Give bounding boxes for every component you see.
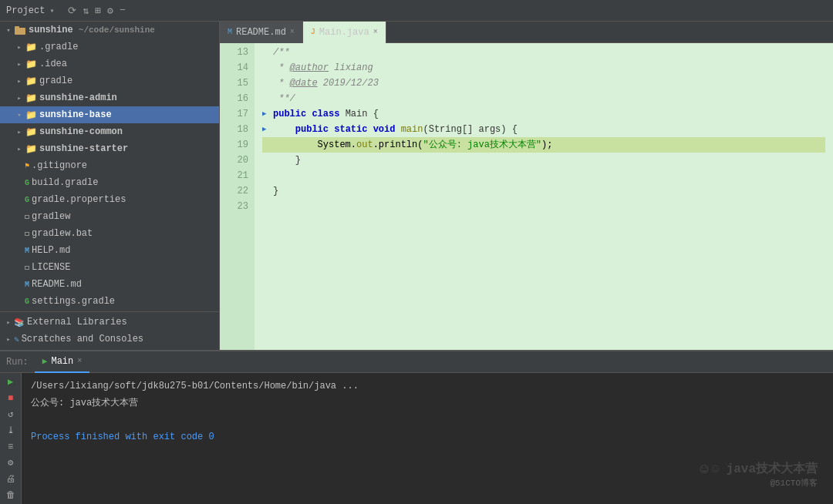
project-label[interactable]: Project [6,5,45,16]
tree-item-scratches[interactable]: ✎ Scratches and Consoles [0,331,219,348]
code-line-17: ▶ public class Main { [262,106,825,122]
gradle-file-icon: G [25,196,29,204]
tree-label: gradle [39,76,73,86]
tree-label: build.gradle [32,177,98,188]
root-arrow-icon [3,25,14,35]
gear-icon[interactable]: ⚙ [107,5,113,17]
tree-label: gradlew.bat [32,228,93,239]
md-tab-icon: M [228,28,232,36]
tree-item-sunshine-admin[interactable]: 📁 sunshine-admin [0,89,219,106]
sort-icon[interactable]: ⇅ [83,5,89,17]
run-sidebar: ▶ ■ ↺ ⤓ ≡ ⚙ 🖨 🗑 [0,373,22,504]
tree-item-gradle-properties[interactable]: G gradle.properties [0,191,219,208]
tree-item-help-md[interactable]: M HELP.md [0,242,219,259]
run-filter-button[interactable]: ⚙ [3,457,19,469]
tree-label: sunshine-base [39,109,112,120]
tree-label: HELP.md [32,245,70,256]
tree-item-idea[interactable]: 📁 .idea [0,55,219,72]
gitignore-icon: ⚑ [25,161,29,170]
root-folder-icon [14,24,26,36]
tree-item-settings-gradle[interactable]: G settings.gradle [0,293,219,310]
tree-label: sunshine-common [39,126,123,137]
tree-label: settings.gradle [32,296,115,307]
tab-main-java[interactable]: J Main.java × [303,22,386,43]
run-play-button[interactable]: ▶ [3,376,19,388]
tree-item-gradle-folder[interactable]: 📁 gradle [0,72,219,89]
run-print-button[interactable]: 🖨 [3,473,19,485]
arrow-icon [14,59,25,69]
run-tab-bar: Run: ▶ Main × [0,351,833,373]
tree-item-readme-md[interactable]: M README.md [0,276,219,293]
run-icon: ▶ [42,356,48,366]
tree-label: gradlew [32,211,70,222]
tree-label: sunshine-admin [39,92,117,103]
code-line-16: **/ [262,91,825,106]
arrow-icon [14,126,25,137]
output-line-text: 公众号: java技术大本营 [31,396,824,410]
module-folder-icon: 📁 [25,109,37,121]
tree-root[interactable]: sunshine ~/code/sunshine [0,22,219,39]
tab-readme[interactable]: M README.md × [220,22,303,43]
folder-icon: 📁 [25,75,37,87]
gradle-file-icon: G [25,179,29,187]
tree-label: .idea [39,59,67,69]
tree-item-gradlew[interactable]: ◻ gradlew [0,208,219,225]
gradle-file-icon: G [25,297,29,306]
run-tab-close[interactable]: × [77,357,82,365]
code-content[interactable]: /** * @author lixiang * @date 2019/12/23… [255,43,833,350]
minimize-icon[interactable]: − [120,5,126,16]
library-icon: 📚 [14,318,25,328]
svg-rect-1 [15,26,19,29]
code-line-23 [262,199,825,214]
code-line-15: * @date 2019/12/23 [262,76,825,91]
run-tab-main[interactable]: ▶ Main × [35,351,89,373]
tree-item-sunshine-starter[interactable]: 📁 sunshine-starter [0,140,219,157]
generic-file-icon: ◻ [25,229,29,238]
tab-bar: M README.md × J Main.java × [220,22,833,43]
sidebar: sunshine ~/code/sunshine 📁 .gradle 📁 .id… [0,22,220,350]
arrow-icon [14,42,25,52]
dropdown-arrow-icon[interactable]: ▾ [49,6,54,15]
title-bar: Project ▾ ⟳ ⇅ ⊞ ⚙ − [0,0,833,22]
run-panel: Run: ▶ Main × ▶ ■ ↺ ⤓ ≡ ⚙ 🖨 🗑 /Users/lix… [0,350,833,504]
sync-icon[interactable]: ⟳ [68,5,76,17]
tree-item-sunshine-base[interactable]: 📁 sunshine-base [0,106,219,123]
run-rerun-button[interactable]: ↺ [3,408,19,420]
run-body: ▶ ■ ↺ ⤓ ≡ ⚙ 🖨 🗑 /Users/lixiang/soft/jdk8… [0,373,833,504]
tree-item-gradle-dir[interactable]: 📁 .gradle [0,39,219,55]
ext-label: External Libraries [27,317,127,328]
tree-item-gradlew-bat[interactable]: ◻ gradlew.bat [0,225,219,242]
ext-arrow-icon [3,317,14,328]
module-folder-icon: 📁 [25,126,37,138]
tree-label: LICENSE [32,262,70,273]
arrow-icon [14,76,25,86]
tree-item-gitignore[interactable]: ⚑ .gitignore [0,157,219,174]
run-scroll-button[interactable]: ⤓ [3,425,19,436]
tab-main-close[interactable]: × [373,28,378,36]
run-clear-button[interactable]: 🗑 [3,489,19,501]
tree-label: .gitignore [32,160,87,171]
folder-icon: 📁 [25,41,37,53]
tree-item-sunshine-common[interactable]: 📁 sunshine-common [0,123,219,140]
tree-item-license[interactable]: ◻ LICENSE [0,259,219,276]
run-label: Run: [0,357,35,368]
run-tab-name: Main [51,356,73,367]
generic-file-icon: ◻ [25,212,29,221]
tree-item-build-gradle[interactable]: G build.gradle [0,174,219,191]
root-label: sunshine ~/code/sunshine [29,25,155,35]
tree-item-external-libraries[interactable]: 📚 External Libraries [0,314,219,331]
scratches-arrow-icon [3,334,14,344]
expand-icon[interactable]: ⊞ [95,5,101,17]
java-tab-icon: J [311,28,315,36]
tab-readme-close[interactable]: × [290,28,295,36]
code-line-19: System.out.println("公众号: java技术大本营"); [262,137,825,153]
output-line-path: /Users/lixiang/soft/jdk8u275-b01/Content… [31,379,824,393]
code-line-20: } [262,153,825,168]
run-stop-button[interactable]: ■ [3,392,19,404]
editor-area: M README.md × J Main.java × 13 14 15 16 … [220,22,833,350]
code-line-18: ▶ public static void main(String[] args)… [262,122,825,137]
tree-label: .gradle [39,42,78,52]
scratches-icon: ✎ [14,334,19,344]
folder-icon: 📁 [25,58,37,70]
run-wrap-button[interactable]: ≡ [3,441,19,452]
